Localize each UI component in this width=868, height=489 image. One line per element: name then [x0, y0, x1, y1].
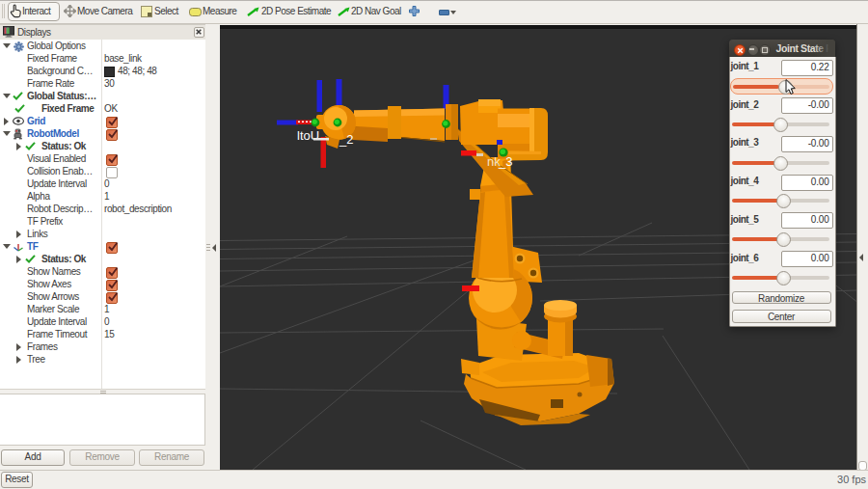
svg-text:_2: _2	[339, 132, 353, 147]
svg-text:ltoU: ltoU	[297, 128, 319, 143]
svg-text:_3: _3	[498, 154, 512, 169]
